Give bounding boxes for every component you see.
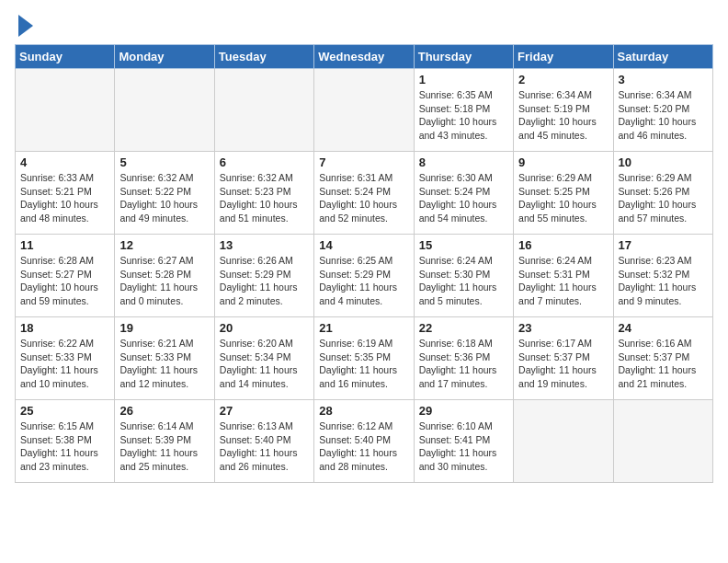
day-number: 10: [619, 155, 708, 169]
calendar-cell: 2Sunrise: 6:34 AM Sunset: 5:19 PM Daylig…: [514, 69, 613, 152]
day-number: 15: [419, 238, 508, 252]
calendar-cell: 25Sunrise: 6:15 AM Sunset: 5:38 PM Dayli…: [16, 400, 115, 483]
calendar-cell: 21Sunrise: 6:19 AM Sunset: 5:35 PM Dayli…: [314, 317, 414, 400]
calendar-cell: 17Sunrise: 6:23 AM Sunset: 5:32 PM Dayli…: [613, 235, 712, 317]
calendar-cell: 22Sunrise: 6:18 AM Sunset: 5:36 PM Dayli…: [414, 317, 513, 400]
calendar-cell: 15Sunrise: 6:24 AM Sunset: 5:30 PM Dayli…: [414, 235, 513, 317]
calendar-cell: 28Sunrise: 6:12 AM Sunset: 5:40 PM Dayli…: [314, 400, 414, 483]
page-header: [15, 15, 713, 37]
calendar-cell: 18Sunrise: 6:22 AM Sunset: 5:33 PM Dayli…: [16, 317, 115, 400]
day-number: 26: [119, 404, 209, 418]
day-number: 17: [619, 238, 708, 252]
day-info: Sunrise: 6:10 AM Sunset: 5:41 PM Dayligh…: [419, 419, 508, 474]
week-row-3: 11Sunrise: 6:28 AM Sunset: 5:27 PM Dayli…: [16, 235, 713, 317]
col-header-thursday: Thursday: [414, 45, 513, 69]
calendar-cell: [115, 69, 214, 152]
day-number: 19: [119, 321, 209, 335]
day-number: 22: [419, 321, 508, 335]
day-info: Sunrise: 6:32 AM Sunset: 5:22 PM Dayligh…: [119, 171, 209, 225]
calendar-cell: 8Sunrise: 6:30 AM Sunset: 5:24 PM Daylig…: [414, 152, 513, 235]
day-info: Sunrise: 6:13 AM Sunset: 5:40 PM Dayligh…: [220, 419, 309, 474]
calendar-cell: 9Sunrise: 6:29 AM Sunset: 5:25 PM Daylig…: [514, 152, 613, 235]
calendar-cell: 6Sunrise: 6:32 AM Sunset: 5:23 PM Daylig…: [214, 152, 313, 235]
day-number: 25: [20, 404, 109, 418]
calendar-cell: [514, 400, 613, 483]
day-number: 12: [119, 238, 209, 252]
day-info: Sunrise: 6:18 AM Sunset: 5:36 PM Dayligh…: [419, 337, 508, 391]
calendar-cell: [613, 400, 712, 483]
calendar-cell: 13Sunrise: 6:26 AM Sunset: 5:29 PM Dayli…: [214, 235, 313, 317]
calendar-cell: 14Sunrise: 6:25 AM Sunset: 5:29 PM Dayli…: [314, 235, 414, 317]
day-info: Sunrise: 6:29 AM Sunset: 5:26 PM Dayligh…: [619, 171, 708, 225]
col-header-monday: Monday: [115, 45, 214, 69]
day-number: 21: [319, 321, 408, 335]
calendar-cell: 19Sunrise: 6:21 AM Sunset: 5:33 PM Dayli…: [115, 317, 214, 400]
day-number: 27: [220, 404, 309, 418]
day-number: 2: [518, 73, 608, 86]
logo-arrow-icon: [18, 15, 33, 37]
calendar-cell: 11Sunrise: 6:28 AM Sunset: 5:27 PM Dayli…: [16, 235, 115, 317]
day-info: Sunrise: 6:31 AM Sunset: 5:24 PM Dayligh…: [319, 171, 408, 225]
calendar-cell: 1Sunrise: 6:35 AM Sunset: 5:18 PM Daylig…: [414, 69, 513, 152]
col-header-saturday: Saturday: [613, 45, 712, 69]
day-number: 29: [419, 404, 508, 418]
day-number: 16: [518, 238, 608, 252]
day-info: Sunrise: 6:14 AM Sunset: 5:39 PM Dayligh…: [119, 419, 209, 474]
day-info: Sunrise: 6:35 AM Sunset: 5:18 PM Dayligh…: [419, 88, 508, 143]
day-info: Sunrise: 6:20 AM Sunset: 5:34 PM Dayligh…: [220, 337, 309, 391]
day-number: 23: [518, 321, 608, 335]
day-info: Sunrise: 6:29 AM Sunset: 5:25 PM Dayligh…: [518, 171, 608, 225]
col-header-wednesday: Wednesday: [314, 45, 414, 69]
week-row-1: 1Sunrise: 6:35 AM Sunset: 5:18 PM Daylig…: [16, 69, 713, 152]
day-info: Sunrise: 6:28 AM Sunset: 5:27 PM Dayligh…: [20, 254, 109, 308]
calendar-cell: 20Sunrise: 6:20 AM Sunset: 5:34 PM Dayli…: [214, 317, 313, 400]
day-number: 11: [20, 238, 109, 252]
col-header-friday: Friday: [514, 45, 613, 69]
day-number: 13: [220, 238, 309, 252]
day-info: Sunrise: 6:34 AM Sunset: 5:19 PM Dayligh…: [518, 88, 608, 143]
calendar-cell: [314, 69, 414, 152]
day-number: 4: [20, 155, 109, 169]
day-number: 28: [319, 404, 408, 418]
day-info: Sunrise: 6:30 AM Sunset: 5:24 PM Dayligh…: [419, 171, 508, 225]
day-info: Sunrise: 6:19 AM Sunset: 5:35 PM Dayligh…: [319, 337, 408, 391]
logo: [15, 15, 33, 37]
day-info: Sunrise: 6:33 AM Sunset: 5:21 PM Dayligh…: [20, 171, 109, 225]
day-info: Sunrise: 6:15 AM Sunset: 5:38 PM Dayligh…: [20, 419, 109, 474]
day-number: 7: [319, 155, 408, 169]
day-info: Sunrise: 6:24 AM Sunset: 5:30 PM Dayligh…: [419, 254, 508, 308]
day-info: Sunrise: 6:12 AM Sunset: 5:40 PM Dayligh…: [319, 419, 408, 474]
day-number: 18: [20, 321, 109, 335]
calendar-cell: 12Sunrise: 6:27 AM Sunset: 5:28 PM Dayli…: [115, 235, 214, 317]
calendar-cell: 27Sunrise: 6:13 AM Sunset: 5:40 PM Dayli…: [214, 400, 313, 483]
day-info: Sunrise: 6:25 AM Sunset: 5:29 PM Dayligh…: [319, 254, 408, 308]
week-row-4: 18Sunrise: 6:22 AM Sunset: 5:33 PM Dayli…: [16, 317, 713, 400]
calendar-table: SundayMondayTuesdayWednesdayThursdayFrid…: [15, 44, 713, 483]
calendar-cell: 23Sunrise: 6:17 AM Sunset: 5:37 PM Dayli…: [514, 317, 613, 400]
day-number: 1: [419, 73, 508, 86]
calendar-cell: 16Sunrise: 6:24 AM Sunset: 5:31 PM Dayli…: [514, 235, 613, 317]
day-info: Sunrise: 6:24 AM Sunset: 5:31 PM Dayligh…: [518, 254, 608, 308]
day-info: Sunrise: 6:17 AM Sunset: 5:37 PM Dayligh…: [518, 337, 608, 391]
day-info: Sunrise: 6:23 AM Sunset: 5:32 PM Dayligh…: [619, 254, 708, 308]
day-number: 9: [518, 155, 608, 169]
day-number: 8: [419, 155, 508, 169]
day-info: Sunrise: 6:26 AM Sunset: 5:29 PM Dayligh…: [220, 254, 309, 308]
day-info: Sunrise: 6:21 AM Sunset: 5:33 PM Dayligh…: [119, 337, 209, 391]
day-info: Sunrise: 6:22 AM Sunset: 5:33 PM Dayligh…: [20, 337, 109, 391]
day-number: 5: [119, 155, 209, 169]
col-header-tuesday: Tuesday: [214, 45, 313, 69]
calendar-cell: 26Sunrise: 6:14 AM Sunset: 5:39 PM Dayli…: [115, 400, 214, 483]
day-number: 20: [220, 321, 309, 335]
day-info: Sunrise: 6:32 AM Sunset: 5:23 PM Dayligh…: [220, 171, 309, 225]
day-number: 3: [619, 73, 708, 86]
week-row-5: 25Sunrise: 6:15 AM Sunset: 5:38 PM Dayli…: [16, 400, 713, 483]
week-row-2: 4Sunrise: 6:33 AM Sunset: 5:21 PM Daylig…: [16, 152, 713, 235]
day-number: 14: [319, 238, 408, 252]
calendar-cell: 3Sunrise: 6:34 AM Sunset: 5:20 PM Daylig…: [613, 69, 712, 152]
day-number: 6: [220, 155, 309, 169]
day-info: Sunrise: 6:34 AM Sunset: 5:20 PM Dayligh…: [619, 88, 708, 143]
calendar-cell: 4Sunrise: 6:33 AM Sunset: 5:21 PM Daylig…: [16, 152, 115, 235]
day-number: 24: [619, 321, 708, 335]
calendar-cell: 24Sunrise: 6:16 AM Sunset: 5:37 PM Dayli…: [613, 317, 712, 400]
